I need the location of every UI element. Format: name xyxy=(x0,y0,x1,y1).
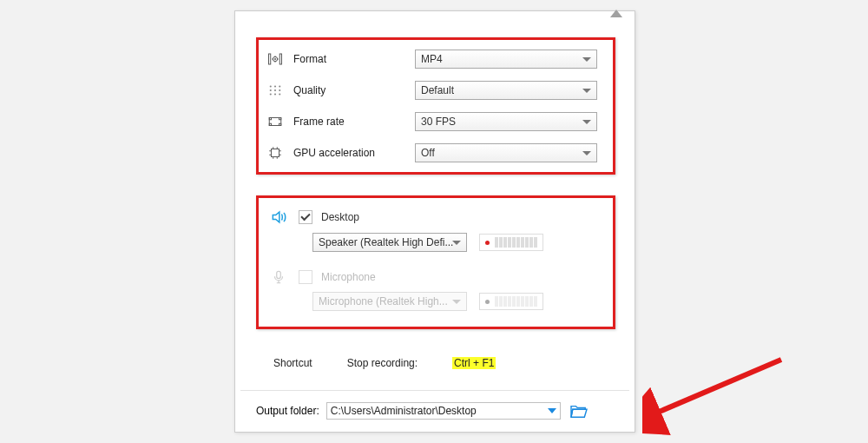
microphone-device-dropdown: Microphone (Realtek High... xyxy=(312,292,467,311)
svg-point-9 xyxy=(279,89,280,91)
gpu-row: GPU acceleration Off xyxy=(259,137,613,169)
gpu-label: GPU acceleration xyxy=(293,147,415,159)
svg-point-4 xyxy=(270,85,272,87)
level-bars xyxy=(495,296,537,307)
svg-point-3 xyxy=(274,58,276,60)
output-folder-path: C:\Users\Administrator\Desktop xyxy=(331,405,477,417)
microphone-device-value: Microphone (Realtek High... xyxy=(319,295,448,307)
svg-point-8 xyxy=(274,89,276,91)
svg-point-10 xyxy=(270,93,272,95)
level-bars xyxy=(495,237,537,248)
audio-settings-section: Desktop Speaker (Realtek High Defi... xyxy=(256,195,615,329)
filmstrip-icon xyxy=(266,112,285,131)
desktop-audio-label: Desktop xyxy=(321,211,359,223)
svg-point-11 xyxy=(274,93,276,95)
chevron-down-icon xyxy=(548,408,556,413)
format-row: Format MP4 xyxy=(259,43,613,75)
desktop-device-value: Speaker (Realtek High Defi... xyxy=(319,236,453,248)
speaker-icon xyxy=(267,208,290,226)
format-value: MP4 xyxy=(421,53,443,65)
microphone-row: Microphone xyxy=(259,269,613,285)
chevron-down-icon xyxy=(582,120,591,124)
microphone-label: Microphone xyxy=(321,271,376,283)
svg-point-12 xyxy=(279,93,280,95)
framerate-label: Frame rate xyxy=(293,116,415,128)
shortcut-row: Shortcut Stop recording: Ctrl + F1 xyxy=(273,357,496,369)
svg-rect-15 xyxy=(269,123,271,125)
dots-grid-icon xyxy=(266,81,285,100)
svg-point-5 xyxy=(274,85,276,87)
svg-rect-1 xyxy=(279,54,281,64)
desktop-device-row: Speaker (Realtek High Defi... xyxy=(259,233,613,252)
divider xyxy=(240,390,629,391)
chip-icon xyxy=(266,143,285,162)
gpu-value: Off xyxy=(421,147,435,159)
microphone-checkbox[interactable] xyxy=(299,270,312,284)
format-dropdown[interactable]: MP4 xyxy=(415,50,597,69)
film-gear-icon xyxy=(266,50,285,69)
chevron-down-icon xyxy=(582,151,591,155)
browse-folder-button[interactable] xyxy=(568,402,590,420)
collapse-icon[interactable] xyxy=(610,10,622,17)
stop-recording-key: Ctrl + F1 xyxy=(452,357,496,369)
record-indicator-icon xyxy=(485,241,490,245)
svg-rect-16 xyxy=(279,118,281,120)
format-label: Format xyxy=(293,53,415,65)
annotation-arrow-icon xyxy=(642,353,799,440)
stop-recording-label: Stop recording: xyxy=(347,357,418,369)
framerate-value: 30 FPS xyxy=(421,116,456,128)
microphone-level-meter xyxy=(479,293,543,310)
framerate-dropdown[interactable]: 30 FPS xyxy=(415,112,597,131)
chevron-down-icon xyxy=(582,57,591,62)
chevron-down-icon xyxy=(452,300,461,304)
svg-line-20 xyxy=(651,360,781,415)
svg-point-2 xyxy=(273,56,277,61)
svg-rect-18 xyxy=(272,149,279,157)
shortcut-label: Shortcut xyxy=(273,357,312,369)
microphone-device-row: Microphone (Realtek High... xyxy=(259,292,613,311)
quality-value: Default xyxy=(421,84,454,96)
settings-panel: Format MP4 Quality Default xyxy=(234,10,635,433)
svg-point-7 xyxy=(270,89,272,91)
desktop-device-dropdown[interactable]: Speaker (Realtek High Defi... xyxy=(312,233,467,252)
gpu-dropdown[interactable]: Off xyxy=(415,143,597,162)
quality-row: Quality Default xyxy=(259,75,613,106)
output-folder-label: Output folder: xyxy=(256,405,319,417)
record-indicator-icon xyxy=(485,300,490,304)
framerate-row: Frame rate 30 FPS xyxy=(259,106,613,137)
check-icon xyxy=(300,211,310,221)
chevron-down-icon xyxy=(452,241,461,245)
quality-label: Quality xyxy=(293,84,415,96)
svg-rect-14 xyxy=(269,118,271,120)
microphone-icon xyxy=(267,269,290,285)
output-folder-row: Output folder: C:\Users\Administrator\De… xyxy=(256,402,590,420)
svg-rect-0 xyxy=(269,54,271,64)
folder-open-icon xyxy=(569,403,589,419)
svg-rect-19 xyxy=(277,271,281,278)
svg-rect-17 xyxy=(279,123,281,125)
desktop-level-meter xyxy=(479,234,543,251)
svg-point-6 xyxy=(279,85,280,87)
quality-dropdown[interactable]: Default xyxy=(415,81,597,100)
video-settings-section: Format MP4 Quality Default xyxy=(256,37,615,175)
output-folder-dropdown[interactable]: C:\Users\Administrator\Desktop xyxy=(326,402,561,420)
desktop-audio-row: Desktop xyxy=(259,208,613,226)
desktop-audio-checkbox[interactable] xyxy=(299,210,312,224)
chevron-down-icon xyxy=(582,89,591,93)
